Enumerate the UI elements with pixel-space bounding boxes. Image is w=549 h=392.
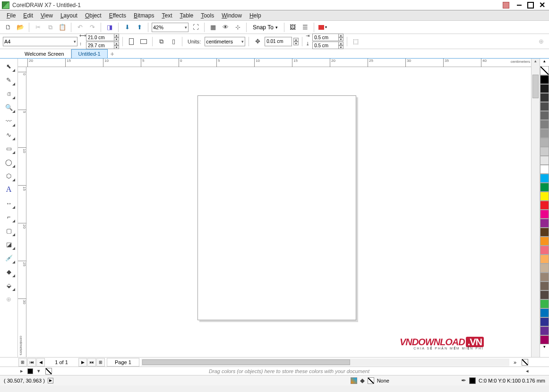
nudge-input[interactable]: 0.01 cm — [265, 37, 292, 46]
last-page-button[interactable]: ⏭ — [87, 358, 96, 366]
color-swatch[interactable] — [540, 84, 549, 93]
color-swatch[interactable] — [540, 237, 549, 246]
options-button[interactable]: 🖼 — [288, 22, 298, 33]
menu-text[interactable]: Text — [158, 11, 176, 20]
color-swatch[interactable] — [540, 335, 549, 344]
polygon-tool[interactable]: ⬡ — [2, 169, 16, 182]
show-guidelines-button[interactable]: ⊹ — [232, 22, 243, 33]
dupy-spinner[interactable]: ▴▾ — [338, 42, 343, 49]
dup-y-input[interactable]: 0.5 cm — [312, 42, 339, 49]
cut-button[interactable]: ✂ — [33, 22, 43, 33]
color-swatch[interactable] — [540, 93, 549, 102]
user-icon[interactable] — [503, 2, 509, 9]
crop-tool[interactable]: ⟃ — [2, 87, 16, 100]
drop-shadow-tool[interactable]: ▢ — [2, 224, 16, 237]
copy-button[interactable]: ⧉ — [45, 22, 55, 33]
text-tool[interactable]: A — [2, 183, 16, 196]
page-1-tab[interactable]: Page 1 — [107, 358, 139, 366]
show-rulers-button[interactable]: ▦ — [208, 22, 218, 33]
ellipse-tool[interactable]: ◯ — [2, 155, 16, 169]
dup-x-input[interactable]: 0.5 cm — [312, 34, 339, 41]
menu-edit[interactable]: Edit — [19, 11, 37, 20]
page-canvas[interactable] — [197, 95, 356, 320]
close-button[interactable]: ✕ — [537, 1, 547, 9]
zoom-tool[interactable]: 🔍 — [2, 101, 16, 114]
color-swatch[interactable] — [540, 192, 549, 201]
add-button[interactable]: ⊕ — [536, 36, 546, 47]
no-color-swatch[interactable] — [540, 66, 549, 75]
color-swatch[interactable] — [540, 210, 549, 219]
color-swatch[interactable] — [540, 273, 549, 281]
colorbar-left-arrow[interactable]: ▸ — [18, 368, 26, 374]
horizontal-scrollbar[interactable] — [141, 358, 509, 366]
tab-untitled-1[interactable]: Untitled-1 — [71, 49, 108, 58]
menu-view[interactable]: View — [37, 11, 57, 20]
color-swatch[interactable] — [540, 102, 549, 111]
parallel-dim-tool[interactable]: ↔ — [2, 196, 16, 210]
color-swatch[interactable] — [540, 228, 549, 237]
play-icon[interactable]: ▶ — [48, 378, 53, 383]
connector-tool[interactable]: ⌐ — [2, 210, 16, 223]
color-swatch[interactable] — [540, 326, 549, 335]
portrait-button[interactable] — [126, 36, 137, 47]
treat-as-filled-button[interactable]: ⬚ — [351, 36, 361, 47]
menu-object[interactable]: Object — [81, 11, 105, 20]
color-eyedropper-tool[interactable]: 💉 — [2, 251, 16, 264]
color-swatch[interactable] — [540, 120, 549, 129]
transparency-tool[interactable]: ◪ — [2, 238, 16, 251]
maximize-button[interactable] — [525, 1, 536, 9]
add-page-after-button[interactable]: ⊞ — [96, 358, 105, 366]
fill-dropdown[interactable]: ▾ — [317, 22, 328, 33]
vertical-scrollbar[interactable]: ▴ — [531, 59, 540, 357]
tab-welcome[interactable]: Welcome Screen — [18, 49, 71, 58]
page-height-input[interactable]: 29.7 cm — [86, 42, 114, 49]
menu-help[interactable]: Help — [246, 11, 265, 20]
undo-button[interactable]: ↶ — [75, 22, 85, 33]
artistic-media-tool[interactable]: ∿ — [2, 128, 16, 141]
menu-window[interactable]: Window — [218, 11, 246, 20]
new-button[interactable]: 🗋 — [3, 22, 13, 33]
menu-file[interactable]: File — [3, 11, 19, 20]
minimize-button[interactable] — [514, 1, 524, 9]
export-button[interactable]: ⬆ — [134, 22, 145, 33]
paste-button[interactable]: 📋 — [57, 22, 68, 33]
color-swatch[interactable] — [540, 75, 549, 84]
color-swatch[interactable] — [540, 281, 549, 290]
color-swatch[interactable] — [540, 129, 549, 138]
color-swatch[interactable] — [540, 264, 549, 273]
color-swatch[interactable] — [540, 138, 549, 147]
landscape-button[interactable] — [138, 36, 149, 47]
pick-tool[interactable]: ⬉ — [2, 60, 16, 73]
color-swatch[interactable] — [540, 246, 549, 255]
quick-customize[interactable]: ⊕ — [2, 292, 16, 306]
color-swatch[interactable] — [540, 201, 549, 210]
menu-table[interactable]: Table — [176, 11, 197, 20]
fullscreen-button[interactable]: ⛶ — [190, 22, 201, 33]
color-swatch[interactable] — [540, 290, 549, 299]
prev-page-button[interactable]: ◀ — [36, 358, 45, 366]
freehand-tool[interactable]: 〰 — [2, 114, 16, 128]
import-button[interactable]: ⬇ — [122, 22, 132, 33]
color-swatch[interactable] — [540, 299, 549, 308]
color-swatch[interactable] — [540, 111, 549, 120]
interactive-fill-tool[interactable]: ◆ — [2, 265, 16, 278]
menu-layout[interactable]: Layout — [57, 11, 81, 20]
redo-button[interactable]: ↷ — [87, 22, 97, 33]
palette-scroll-down[interactable]: ▾ — [540, 344, 549, 352]
page-width-input[interactable]: 21.0 cm — [86, 34, 114, 41]
color-swatch[interactable] — [540, 165, 549, 174]
color-swatch[interactable] — [540, 219, 549, 228]
page-size-combo[interactable]: A4▾ — [3, 37, 77, 46]
color-proof-icon[interactable] — [351, 377, 357, 384]
app-launcher-button[interactable]: ☰ — [300, 22, 310, 33]
color-swatch[interactable] — [540, 147, 549, 156]
open-button[interactable]: 📂 — [15, 22, 26, 33]
zoom-combo[interactable]: 42%▾ — [152, 23, 189, 32]
menu-tools[interactable]: Tools — [197, 11, 218, 20]
color-swatch[interactable] — [540, 174, 549, 183]
rectangle-tool[interactable]: ▭ — [2, 142, 16, 155]
next-page-button[interactable]: ▶ — [78, 358, 87, 366]
add-page-before-button[interactable]: ⊞ — [18, 358, 27, 366]
first-page-button[interactable]: ⏮ — [27, 358, 36, 366]
smart-fill-tool[interactable]: ⬙ — [2, 279, 16, 292]
